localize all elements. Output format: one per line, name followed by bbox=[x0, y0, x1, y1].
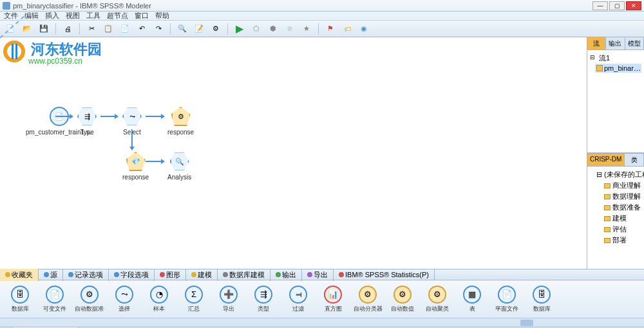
pnode-varfile[interactable]: 📄可变文件 bbox=[40, 286, 70, 313]
project-tabs: CRISP-DM 类 bbox=[587, 154, 644, 167]
tab-models[interactable]: 模型 bbox=[625, 37, 644, 50]
tree-eval[interactable]: 评估 bbox=[590, 224, 641, 235]
analysis-icon: 🔍 bbox=[170, 152, 189, 171]
pentagon-icon[interactable]: ⬠ bbox=[250, 23, 263, 35]
app-icon bbox=[3, 2, 10, 10]
ptab-modeling[interactable]: 建模 bbox=[186, 269, 218, 281]
minimize-button[interactable]: — bbox=[592, 1, 608, 10]
pnode-histogram[interactable]: 📊直方图 bbox=[318, 286, 348, 313]
pnode-derive[interactable]: ➕导出 bbox=[214, 286, 243, 313]
cut-icon[interactable]: ✂ bbox=[85, 23, 98, 35]
pnode-filter[interactable]: ⫤过滤 bbox=[283, 286, 313, 313]
palette-scrollbar[interactable] bbox=[0, 318, 644, 327]
pnode-table[interactable]: ▦表 bbox=[457, 286, 487, 313]
pnode-autonum[interactable]: ⚙自动数值 bbox=[388, 286, 417, 313]
menu-edit[interactable]: 编辑 bbox=[24, 11, 39, 21]
menu-supernode[interactable]: 超节点 bbox=[107, 11, 128, 21]
properties-icon[interactable]: ⚙ bbox=[209, 23, 222, 35]
menu-view[interactable]: 视图 bbox=[66, 11, 80, 21]
tree-modeling[interactable]: 建模 bbox=[590, 213, 641, 224]
pnode-autocluster[interactable]: ⚙自动聚类 bbox=[422, 286, 452, 313]
select-icon: ⤳ bbox=[122, 107, 142, 126]
model-icon: ⚙ bbox=[171, 107, 191, 126]
pnode-flatfile[interactable]: 📄平面文件 bbox=[492, 286, 522, 313]
type-icon: ⇶ bbox=[77, 107, 97, 126]
svg-rect-1 bbox=[12, 44, 14, 59]
manager-tabs: 流 输出 模型 bbox=[587, 37, 644, 50]
globe-icon[interactable]: ◉ bbox=[357, 23, 370, 35]
ptab-output[interactable]: 输出 bbox=[270, 269, 302, 281]
tab-crispdm[interactable]: CRISP-DM bbox=[587, 154, 625, 166]
node-label: Type bbox=[77, 129, 97, 136]
note-icon[interactable]: 🏷 bbox=[341, 23, 354, 35]
pnode-sample[interactable]: ◔样本 bbox=[144, 286, 174, 313]
stream-item[interactable]: pm_binaryclassifier bbox=[595, 64, 641, 73]
ptab-graphs[interactable]: 图形 bbox=[155, 269, 186, 281]
window-title: pm_binaryclassifier - IBM® SPSS® Modeler bbox=[13, 2, 592, 10]
tab-outputs[interactable]: 输出 bbox=[606, 37, 625, 50]
svg-rect-2 bbox=[15, 44, 17, 59]
stream-canvas[interactable]: 河东软件园 www.pc0359.cn 📄 pm_customer_train1… bbox=[0, 37, 587, 269]
ptab-spss[interactable]: IBM® SPSS® Statistics(P) bbox=[334, 269, 435, 280]
menu-file[interactable]: 文件 bbox=[4, 11, 18, 21]
menu-window[interactable]: 窗口 bbox=[135, 11, 149, 21]
ptab-field[interactable]: 字段选项 bbox=[109, 269, 155, 281]
menu-help[interactable]: 帮助 bbox=[155, 11, 169, 21]
pnode-type[interactable]: ⇶类型 bbox=[249, 286, 278, 313]
ptab-dbmodeling[interactable]: 数据库建模 bbox=[218, 269, 270, 281]
open-icon[interactable]: 📂 bbox=[21, 23, 33, 35]
edit-icon[interactable]: 📝 bbox=[193, 23, 205, 35]
tab-streams[interactable]: 流 bbox=[587, 37, 606, 50]
node-palette[interactable]: 🗄数据库 📄可变文件 ⚙自动数据准备 ⤳选择 ◔样本 Σ汇总 ➕导出 ⇶类型 ⫤… bbox=[0, 280, 644, 318]
pnode-autoprep[interactable]: ⚙自动数据准备 bbox=[75, 286, 104, 313]
tree-data-understand[interactable]: 数据理解 bbox=[590, 191, 641, 202]
node-type[interactable]: ⇶ Type bbox=[77, 107, 97, 136]
maximize-button[interactable]: ▢ bbox=[609, 1, 625, 10]
copy-icon[interactable]: 📋 bbox=[102, 23, 115, 35]
nugget-icon: 💎 bbox=[126, 152, 146, 171]
node-label: Analysis bbox=[167, 174, 191, 181]
paste-icon[interactable]: 📄 bbox=[118, 23, 131, 35]
ptab-export[interactable]: 导出 bbox=[302, 269, 334, 281]
streams-list[interactable]: 流1 pm_binaryclassifier bbox=[587, 50, 644, 152]
ptab-favorites[interactable]: 收藏夹 bbox=[0, 269, 39, 281]
node-label: response bbox=[167, 129, 194, 136]
node-analysis[interactable]: 🔍 Analysis bbox=[167, 152, 191, 181]
close-button[interactable]: ✕ bbox=[626, 1, 641, 10]
ptab-sources[interactable]: 源 bbox=[39, 269, 63, 281]
star-icon[interactable]: ★ bbox=[300, 23, 313, 35]
tree-root[interactable]: ⊟ (未保存的工程) bbox=[590, 169, 641, 180]
run-icon[interactable]: ▶ bbox=[233, 23, 246, 35]
menu-insert[interactable]: 插入 bbox=[45, 11, 59, 21]
stream-root[interactable]: 流1 bbox=[590, 53, 641, 64]
tree-data-prep[interactable]: 数据准备 bbox=[590, 202, 641, 213]
undo-icon[interactable]: ↶ bbox=[135, 23, 148, 35]
pnode-database[interactable]: 🗄数据库 bbox=[5, 286, 35, 313]
pnode-database2[interactable]: 🗄数据库 bbox=[527, 286, 556, 313]
menu-tools[interactable]: 工具 bbox=[86, 11, 100, 21]
ptab-record[interactable]: 记录选项 bbox=[63, 269, 109, 281]
connector bbox=[100, 116, 117, 117]
connector bbox=[146, 161, 164, 162]
titlebar: pm_binaryclassifier - IBM® SPSS® Modeler… bbox=[0, 0, 644, 12]
find-icon[interactable]: 🔍 bbox=[176, 23, 189, 35]
save-icon[interactable]: 💾 bbox=[37, 23, 50, 35]
menubar: 文件 编辑 插入 视图 工具 超节点 窗口 帮助 bbox=[0, 12, 644, 21]
watermark-url: www.pc0359.cn bbox=[28, 57, 82, 66]
star-outline-icon[interactable]: ☆ bbox=[283, 23, 296, 35]
node-response-nugget[interactable]: 💎 response bbox=[122, 152, 149, 181]
pnode-aggregate[interactable]: Σ汇总 bbox=[179, 286, 209, 313]
crispdm-tree[interactable]: ⊟ (未保存的工程) 商业理解 数据理解 数据准备 建模 评估 部署 bbox=[587, 167, 644, 269]
print-icon[interactable]: 🖨 bbox=[61, 23, 74, 35]
flag-icon[interactable]: ⚑ bbox=[324, 23, 337, 35]
connector bbox=[131, 130, 133, 149]
pnode-select[interactable]: ⤳选择 bbox=[109, 286, 139, 313]
tree-deploy[interactable]: 部署 bbox=[590, 235, 641, 246]
stop-icon[interactable]: ⬢ bbox=[267, 23, 279, 35]
node-response-model[interactable]: ⚙ response bbox=[167, 107, 194, 136]
pnode-autoclass[interactable]: ⚙自动分类器 bbox=[353, 286, 383, 313]
tree-business[interactable]: 商业理解 bbox=[590, 180, 641, 191]
redo-icon[interactable]: ↷ bbox=[152, 23, 165, 35]
window-controls: — ▢ ✕ bbox=[592, 1, 641, 10]
tab-classes[interactable]: 类 bbox=[625, 154, 644, 166]
